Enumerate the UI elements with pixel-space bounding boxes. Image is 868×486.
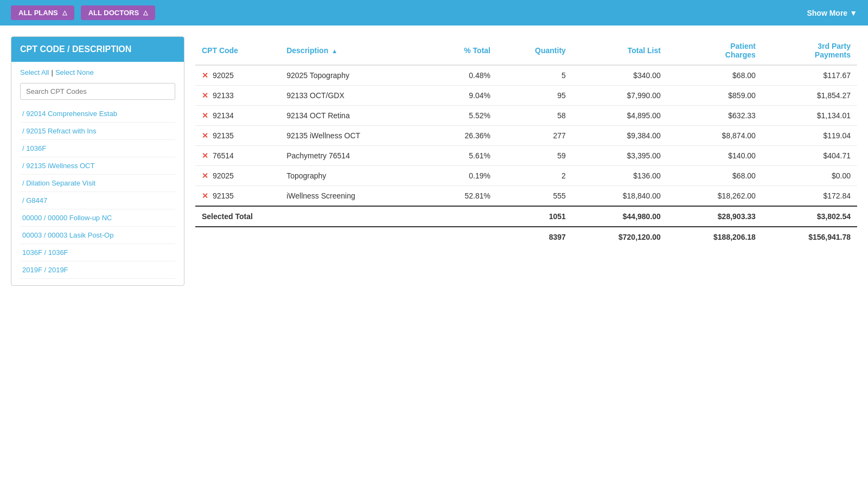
description-cell: 92133 OCT/GDX	[280, 86, 429, 106]
patient-charges-cell: $68.00	[667, 65, 762, 86]
cpt-code-cell: ✕ 76514	[195, 146, 280, 166]
select-none-link[interactable]: Select None	[55, 68, 94, 76]
description-cell: 92025 Topography	[280, 65, 429, 86]
show-more-button[interactable]: Show More ▼	[807, 9, 857, 17]
patient-charges-cell: $632.33	[667, 106, 762, 126]
total-list-cell: $136.00	[572, 166, 667, 186]
remove-icon[interactable]: ✕	[202, 131, 208, 140]
grand-total-label	[195, 227, 497, 247]
third-party-cell: $172.84	[762, 186, 857, 207]
list-item[interactable]: / 92015 Refract with Ins	[20, 123, 175, 140]
list-item[interactable]: 00003 / 00003 Lasik Post-Op	[20, 227, 175, 244]
left-panel-header: CPT CODE / DESCRIPTION	[11, 37, 184, 62]
pct-total-cell: 52.81%	[429, 186, 497, 207]
col-header-third_party: 3rd PartyPayments	[762, 36, 857, 65]
remove-icon[interactable]: ✕	[202, 91, 208, 100]
third-party-cell: $404.71	[762, 146, 857, 166]
remove-icon[interactable]: ✕	[202, 151, 208, 160]
doctors-label: ALL DOCTORS	[88, 9, 139, 17]
list-item[interactable]: 1036F / 1036F	[20, 244, 175, 261]
sel-total-qty: 1051	[497, 206, 572, 227]
total-list-cell: $7,990.00	[572, 86, 667, 106]
pct-total-cell: 26.36%	[429, 126, 497, 146]
quantity-cell: 277	[497, 126, 572, 146]
table-row: ✕ 9202592025 Topography0.48%5$340.00$68.…	[195, 65, 857, 86]
grand-total-qty: 8397	[497, 227, 572, 247]
sel-total-third: $3,802.54	[762, 206, 857, 227]
table-row: ✕ 92135iWellness Screening52.81%555$18,8…	[195, 186, 857, 207]
pct-total-cell: 5.61%	[429, 146, 497, 166]
total-list-cell: $4,895.00	[572, 106, 667, 126]
list-item[interactable]: / G8447	[20, 192, 175, 209]
table-row: ✕ 9213492134 OCT Retina5.52%58$4,895.00$…	[195, 106, 857, 126]
pct-total-cell: 5.52%	[429, 106, 497, 126]
top-bar: ALL PLANS △ ALL DOCTORS △ Show More ▼	[0, 0, 868, 25]
plans-dropdown[interactable]: ALL PLANS △	[11, 5, 74, 20]
quantity-cell: 2	[497, 166, 572, 186]
pct-total-cell: 0.48%	[429, 65, 497, 86]
table-row: ✕ 92025Topography0.19%2$136.00$68.00$0.0…	[195, 166, 857, 186]
list-item[interactable]: / 92014 Comprehensive Estab	[20, 105, 175, 123]
quantity-cell: 5	[497, 65, 572, 86]
divider: |	[51, 68, 53, 76]
remove-icon[interactable]: ✕	[202, 191, 208, 200]
remove-icon[interactable]: ✕	[202, 111, 208, 120]
left-panel-body: Select All | Select None / 92014 Compreh…	[11, 62, 184, 285]
table-row: ✕ 76514Pachymetry 765145.61%59$3,395.00$…	[195, 146, 857, 166]
sel-total-label: Selected Total	[195, 206, 497, 227]
list-item[interactable]: / 1036F	[20, 140, 175, 157]
description-cell: 92134 OCT Retina	[280, 106, 429, 126]
col-header-patient_charges: PatientCharges	[667, 36, 762, 65]
cpt-header-title: CPT CODE / DESCRIPTION	[20, 44, 131, 54]
description-cell: Pachymetry 76514	[280, 146, 429, 166]
patient-charges-cell: $18,262.00	[667, 186, 762, 207]
cpt-code-cell: ✕ 92133	[195, 86, 280, 106]
third-party-cell: $0.00	[762, 166, 857, 186]
list-item[interactable]: 00000 / 00000 Follow-up NC	[20, 209, 175, 227]
total-list-cell: $18,840.00	[572, 186, 667, 207]
search-input[interactable]	[20, 83, 175, 100]
col-header-description[interactable]: Description ▲	[280, 36, 429, 65]
total-list-cell: $9,384.00	[572, 126, 667, 146]
select-all-link[interactable]: Select All	[20, 68, 49, 76]
select-links: Select All | Select None	[20, 68, 175, 76]
list-item[interactable]: 2019F / 2019F	[20, 261, 175, 279]
quantity-cell: 59	[497, 146, 572, 166]
description-cell: 92135 iWellness OCT	[280, 126, 429, 146]
cpt-list: / 92014 Comprehensive Estab/ 92015 Refra…	[20, 105, 175, 279]
col-header-cpt_code: CPT Code	[195, 36, 280, 65]
col-header-quantity: Quantity	[497, 36, 572, 65]
main-content: CPT CODE / DESCRIPTION Select All | Sele…	[0, 25, 868, 297]
doctors-arrow-icon: △	[143, 9, 148, 16]
selected-total-row: Selected Total 1051 $44,980.00 $28,903.3…	[195, 206, 857, 227]
doctors-dropdown[interactable]: ALL DOCTORS △	[81, 5, 155, 20]
sort-arrow-icon: ▲	[330, 48, 337, 54]
plans-arrow-icon: △	[62, 9, 67, 16]
remove-icon[interactable]: ✕	[202, 171, 208, 180]
list-item[interactable]: / Dilation Separate Visit	[20, 175, 175, 192]
quantity-cell: 555	[497, 186, 572, 207]
cpt-code-cell: ✕ 92134	[195, 106, 280, 126]
plans-label: ALL PLANS	[18, 9, 58, 17]
total-list-cell: $3,395.00	[572, 146, 667, 166]
grand-total-row: 8397 $720,120.00 $188,206.18 $156,941.78	[195, 227, 857, 247]
table-body: ✕ 9202592025 Topography0.48%5$340.00$68.…	[195, 65, 857, 247]
pct-total-cell: 0.19%	[429, 166, 497, 186]
show-more-arrow-icon: ▼	[850, 9, 857, 17]
col-header-total_list: Total List	[572, 36, 667, 65]
grand-total-list: $720,120.00	[572, 227, 667, 247]
right-panel: CPT CodeDescription ▲% TotalQuantityTota…	[195, 36, 857, 286]
patient-charges-cell: $859.00	[667, 86, 762, 106]
patient-charges-cell: $8,874.00	[667, 126, 762, 146]
remove-icon[interactable]: ✕	[202, 71, 208, 80]
third-party-cell: $117.67	[762, 65, 857, 86]
cpt-table: CPT CodeDescription ▲% TotalQuantityTota…	[195, 36, 857, 247]
cpt-code-cell: ✕ 92025	[195, 65, 280, 86]
col-header-pct_total: % Total	[429, 36, 497, 65]
cpt-code-cell: ✕ 92135	[195, 186, 280, 207]
left-panel: CPT CODE / DESCRIPTION Select All | Sele…	[11, 36, 184, 286]
table-row: ✕ 9213592135 iWellness OCT26.36%277$9,38…	[195, 126, 857, 146]
cpt-code-cell: ✕ 92025	[195, 166, 280, 186]
grand-total-third: $156,941.78	[762, 227, 857, 247]
list-item[interactable]: / 92135 iWellness OCT	[20, 157, 175, 175]
